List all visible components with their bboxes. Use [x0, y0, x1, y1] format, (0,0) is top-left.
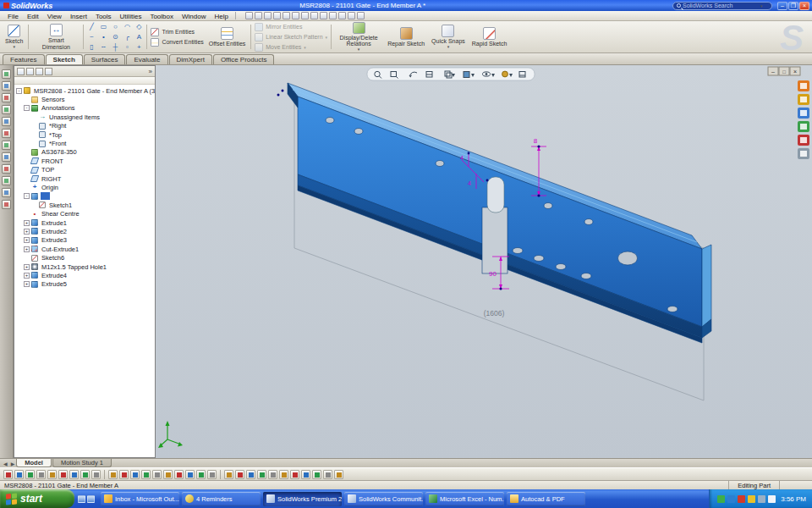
offset-entities-button[interactable]: Offset Entities — [206, 22, 249, 52]
display-delete-dropdown-icon[interactable]: ▾ — [358, 47, 360, 52]
offset-icon[interactable] — [130, 470, 140, 479]
close-button[interactable]: × — [799, 2, 809, 10]
pattern-icon[interactable] — [152, 470, 162, 479]
circle-icon[interactable]: ○ — [109, 22, 121, 32]
tab-sketch[interactable]: Sketch — [46, 54, 83, 64]
add-relation-icon[interactable] — [207, 470, 217, 479]
tab-surfaces[interactable]: Surfaces — [84, 54, 126, 64]
text-icon[interactable]: A — [133, 32, 145, 42]
sketch-dropdown-icon[interactable]: ▾ — [13, 45, 15, 49]
quick-snaps-button[interactable]: Quick Snaps ▾ — [428, 22, 469, 52]
menu-help[interactable]: Help — [210, 13, 232, 20]
tree-item[interactable]: +M12x1.5 Tapped Hole1 — [14, 262, 155, 271]
tab-evaluate[interactable]: Evaluate — [126, 54, 167, 64]
search-dropdown-icon[interactable]: ▾ — [760, 3, 763, 8]
menu-utilities[interactable]: Utilities — [116, 13, 146, 20]
rectangle-icon[interactable] — [36, 470, 46, 479]
dimxpertmanager-icon[interactable] — [45, 68, 52, 75]
line-icon[interactable] — [25, 470, 35, 479]
rotate-icon[interactable] — [174, 470, 184, 479]
tree-item[interactable]: -Annotations — [14, 104, 155, 113]
tab-dimxpert[interactable]: DimXpert — [169, 54, 212, 64]
tree-item[interactable]: TOP — [14, 166, 155, 174]
revolve-icon[interactable] — [2, 117, 11, 126]
tree-item[interactable]: *Front — [14, 139, 155, 147]
smart-dimension-button[interactable]: ↔ Smart Dimension — [30, 22, 81, 52]
print-icon[interactable] — [273, 12, 281, 19]
pattern-icon[interactable] — [2, 141, 11, 150]
menu-insert[interactable]: Insert — [66, 13, 91, 20]
circle-icon[interactable] — [47, 470, 57, 479]
instant3d-icon[interactable] — [2, 176, 11, 185]
tree-item[interactable]: +Extrude3 — [14, 236, 155, 245]
tree-item[interactable]: Sketch1 — [14, 201, 155, 209]
spline-icon[interactable] — [69, 470, 79, 479]
color-icon[interactable] — [338, 12, 346, 19]
extrude-icon[interactable] — [2, 105, 11, 114]
menu-file[interactable]: File — [3, 13, 23, 20]
rebuild-icon[interactable] — [320, 12, 327, 19]
tab-features[interactable]: Features — [3, 54, 45, 64]
propertymanager-icon[interactable] — [26, 68, 34, 75]
menu-tools[interactable]: Tools — [91, 13, 116, 20]
tree-expander[interactable]: - — [24, 193, 30, 199]
tree-item[interactable]: *Top — [14, 130, 155, 139]
snap-icon[interactable]: + — [133, 42, 145, 52]
sketch-button[interactable]: Sketch ▾ — [2, 22, 26, 52]
tree-item[interactable]: +Extrude1 — [14, 218, 155, 227]
tree-item[interactable]: AS3678-350 — [14, 148, 155, 157]
maximize-button[interactable]: ❐ — [788, 2, 798, 10]
ellipse-icon[interactable]: ⊙ — [109, 32, 121, 42]
section-view-icon[interactable] — [357, 12, 365, 19]
undo-icon[interactable] — [292, 12, 299, 19]
slot-icon[interactable]: ▯ — [85, 42, 97, 52]
show-desktop-icon[interactable] — [78, 495, 85, 503]
taskbar-button-solidworks[interactable]: SolidWorks Premium 2... — [263, 492, 342, 506]
update-icon[interactable] — [748, 495, 755, 503]
arc-icon[interactable] — [58, 470, 68, 479]
tree-item[interactable]: +Extrude5 — [14, 280, 155, 289]
polygon-icon[interactable]: ◇ — [133, 22, 145, 32]
reference-dimension-1606[interactable]: (1606) — [484, 309, 505, 318]
trim-icon[interactable] — [108, 470, 118, 479]
tab-motion-study[interactable]: Motion Study 1 — [52, 459, 112, 467]
line-icon[interactable]: ╱ — [85, 22, 97, 32]
configurationmanager-icon[interactable] — [36, 68, 43, 75]
tree-item[interactable]: -MSR2808 - 21101 Gate - End Member A (30 — [14, 86, 155, 95]
select-icon[interactable] — [2, 69, 11, 79]
tab-model[interactable]: Model — [16, 459, 52, 467]
sketch-icon[interactable] — [2, 81, 11, 91]
quick-snaps-dropdown-icon[interactable]: ▾ — [447, 45, 450, 49]
redo-icon[interactable] — [301, 12, 309, 19]
parallel-icon[interactable] — [268, 470, 277, 479]
menu-window[interactable]: Window — [178, 13, 210, 20]
tree-expander[interactable]: + — [24, 246, 30, 252]
minimize-button[interactable]: – — [777, 2, 787, 10]
tree-filter[interactable] — [14, 77, 155, 85]
print-preview-icon[interactable] — [283, 12, 290, 19]
antivirus-icon[interactable] — [738, 495, 745, 503]
tangent-icon[interactable] — [279, 470, 288, 479]
tree-expander[interactable]: + — [24, 237, 30, 243]
fix-icon[interactable] — [312, 470, 321, 479]
centerline-icon[interactable]: ╌ — [97, 42, 109, 52]
mirror-entities-button[interactable]: Mirror Entities — [253, 22, 329, 31]
tree-item[interactable]: +Extrude2 — [14, 227, 155, 235]
tree-item[interactable]: RIGHT — [14, 174, 155, 183]
tree-expander[interactable]: + — [24, 220, 30, 226]
measure-icon[interactable] — [348, 12, 355, 19]
fillet-icon[interactable] — [2, 129, 11, 138]
internet-explorer-icon[interactable] — [87, 495, 95, 503]
appearance-icon[interactable] — [2, 188, 11, 197]
move-entities-button[interactable]: Move Entities▾ — [253, 42, 329, 52]
curve-icon[interactable] — [2, 164, 11, 174]
convert-entities-button[interactable]: Convert Entities — [149, 37, 205, 47]
tree-item[interactable]: +Origin — [14, 183, 155, 191]
fillet-icon[interactable]: ╭ — [121, 32, 133, 42]
tree-item[interactable]: Sensors — [14, 95, 155, 103]
tree-expander[interactable]: + — [24, 264, 30, 270]
concentric-icon[interactable] — [290, 470, 299, 479]
extend-icon[interactable] — [119, 470, 129, 479]
point-icon[interactable]: • — [97, 32, 109, 42]
linear-pattern-dropdown-icon[interactable]: ▾ — [326, 35, 328, 40]
